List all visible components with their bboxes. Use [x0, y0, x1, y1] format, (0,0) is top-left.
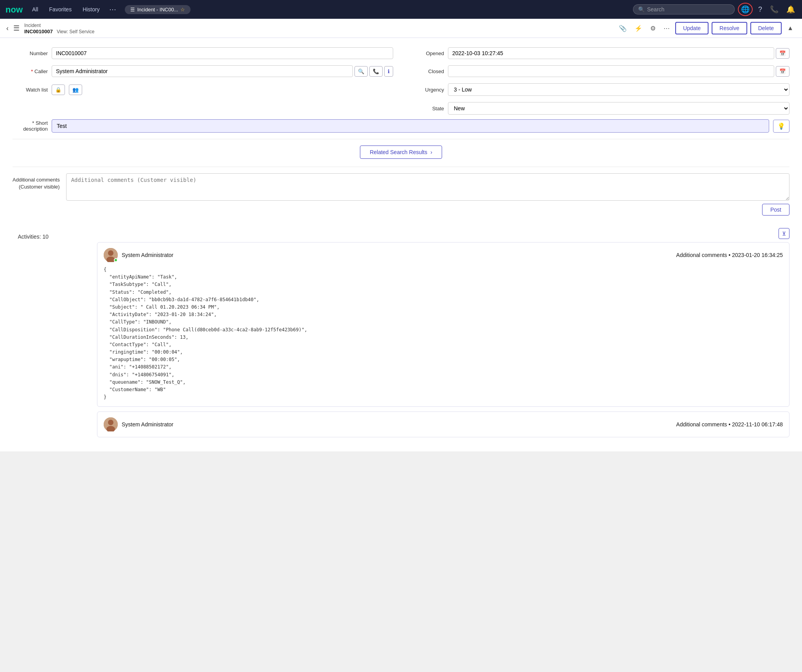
tab-icon: ☰ — [130, 7, 135, 13]
closed-input-group: 📅 — [448, 65, 789, 77]
record-type: Incident — [24, 23, 41, 28]
activity-card: System Administrator Additional comments… — [97, 242, 789, 407]
state-field-row: State New In Progress Resolved Closed — [409, 102, 789, 115]
record-id: INC0010007 — [24, 29, 53, 34]
activity-timestamp: 2023-01-20 16:34:25 — [732, 252, 783, 258]
filter-activities-icon[interactable]: ⊻ — [779, 228, 789, 239]
activity-meta: Additional comments • 2022-11-10 06:17:4… — [676, 421, 783, 428]
additional-comments-input[interactable] — [66, 173, 789, 201]
main-content: Number Opened 📅 Caller 🔍 📞 ℹ Closed — [0, 38, 802, 451]
nav-all[interactable]: All — [28, 4, 42, 15]
post-button[interactable]: Post — [762, 204, 789, 216]
closed-label: Closed — [409, 68, 444, 74]
globe-icon[interactable]: 🌐 — [738, 3, 753, 16]
watchlist-label: Watch list — [13, 87, 48, 93]
record-header: ‹ ☰ Incident INC0010007 View: Self Servi… — [0, 19, 802, 38]
back-button[interactable]: ‹ — [6, 24, 9, 32]
now-logo[interactable]: now — [5, 4, 23, 15]
svg-text:now: now — [5, 5, 23, 14]
svg-point-2 — [108, 250, 113, 256]
divider — [13, 167, 789, 167]
more-options-icon[interactable]: ⋯ — [661, 23, 672, 34]
number-label: Number — [13, 50, 48, 56]
activity-card: System Administrator Additional comments… — [97, 411, 789, 437]
related-search-label: Related Search Results — [370, 149, 427, 155]
delete-button[interactable]: Delete — [750, 22, 782, 34]
bell-icon[interactable]: 🔔 — [784, 4, 797, 15]
post-button-row: Post — [13, 201, 789, 219]
activity-timestamp: 2022-11-10 06:17:48 — [732, 421, 783, 428]
closed-calendar-icon[interactable]: 📅 — [776, 66, 789, 77]
form-grid: Number Opened 📅 Caller 🔍 📞 ℹ Closed — [13, 47, 789, 115]
additional-comments-label: Additional comments(Customer visible) — [13, 173, 60, 201]
active-tab[interactable]: ☰ Incident - INC00... ☆ — [125, 5, 191, 14]
related-search-section: Related Search Results › — [13, 139, 789, 165]
tab-star-icon[interactable]: ☆ — [180, 7, 185, 13]
opened-label: Opened — [409, 50, 444, 56]
related-search-button[interactable]: Related Search Results › — [360, 146, 442, 159]
short-description-row: * Short description 💡 — [13, 119, 789, 139]
search-icon: 🔍 — [638, 6, 645, 13]
short-description-input[interactable] — [52, 119, 769, 133]
additional-comments-section: Additional comments(Customer visible) Po… — [13, 173, 789, 225]
top-navigation: now All Favorites History ⋯ ☰ Incident -… — [0, 0, 802, 19]
watchlist-field-row: Watch list 🔒 👥 — [13, 83, 393, 96]
caller-input[interactable] — [52, 65, 353, 77]
short-description-label: * Short description — [13, 120, 48, 132]
search-bar[interactable]: 🔍 — [633, 4, 735, 14]
urgency-field-row: Urgency 1 - High 2 - Medium 3 - Low — [409, 83, 789, 96]
activities-row: Activities: 10 ⊻ — [13, 228, 789, 442]
search-input[interactable] — [647, 6, 717, 13]
activity-comment-type: Additional comments — [676, 252, 727, 258]
resolve-button[interactable]: Resolve — [712, 22, 747, 34]
urgency-select[interactable]: 1 - High 2 - Medium 3 - Low — [448, 83, 789, 96]
phone-icon[interactable]: 📞 — [768, 4, 781, 15]
caller-input-group: 🔍 📞 ℹ — [52, 65, 393, 77]
activity-dot: • — [728, 252, 732, 258]
watchlist-lock-icon[interactable]: 🔒 — [52, 84, 65, 95]
header-actions: 📎 ⚡ ⚙ ⋯ Update Resolve Delete ▲ — [617, 22, 796, 34]
opened-field-row: Opened 📅 — [409, 47, 789, 59]
help-icon[interactable]: ? — [756, 4, 764, 15]
activity-icon[interactable]: ⚡ — [632, 23, 645, 34]
activity-username: System Administrator — [122, 252, 173, 258]
number-field-row: Number — [13, 47, 393, 59]
related-search-chevron-icon: › — [430, 149, 432, 155]
state-label: State — [409, 106, 444, 111]
activity-dot: • — [728, 421, 732, 428]
activity-user: System Administrator — [104, 248, 173, 262]
activity-body: { "entityApiName": "Task", "TaskSubtype"… — [104, 266, 783, 401]
activities-content: ⊻ — [55, 228, 789, 442]
attachment-icon[interactable]: 📎 — [617, 23, 629, 34]
menu-button[interactable]: ☰ — [13, 24, 20, 32]
activity-username: System Administrator — [122, 421, 173, 428]
activity-card-header: System Administrator Additional comments… — [104, 417, 783, 431]
activity-comment-type: Additional comments — [676, 421, 727, 428]
caller-info-icon[interactable]: ℹ — [384, 66, 393, 77]
record-view: View: Self Service — [57, 29, 95, 34]
svg-point-5 — [108, 420, 113, 425]
watchlist-group-icon[interactable]: 👥 — [69, 84, 82, 95]
nav-favorites[interactable]: Favorites — [45, 4, 76, 15]
opened-calendar-icon[interactable]: 📅 — [776, 48, 789, 59]
urgency-label: Urgency — [409, 87, 444, 93]
caller-label: Caller — [13, 68, 48, 74]
caller-phone-icon[interactable]: 📞 — [369, 66, 383, 77]
update-button[interactable]: Update — [675, 22, 708, 34]
activities-label: Activities: 10 — [13, 228, 55, 240]
avatar-status-indicator — [114, 258, 118, 262]
number-input[interactable] — [52, 47, 393, 59]
activities-section: Activities: 10 ⊻ — [13, 228, 789, 442]
nav-history[interactable]: History — [79, 4, 104, 15]
caller-search-icon[interactable]: 🔍 — [354, 66, 368, 77]
settings-icon[interactable]: ⚙ — [648, 23, 658, 34]
tab-label: Incident - INC00... — [137, 7, 178, 13]
closed-input[interactable] — [448, 65, 774, 77]
opened-input[interactable] — [448, 47, 774, 59]
nav-more-icon[interactable]: ⋯ — [107, 4, 119, 15]
activity-card-header: System Administrator Additional comments… — [104, 248, 783, 262]
lightbulb-icon[interactable]: 💡 — [773, 120, 789, 133]
scroll-top-icon[interactable]: ▲ — [785, 23, 796, 33]
activity-user: System Administrator — [104, 417, 173, 431]
state-select[interactable]: New In Progress Resolved Closed — [448, 102, 789, 115]
